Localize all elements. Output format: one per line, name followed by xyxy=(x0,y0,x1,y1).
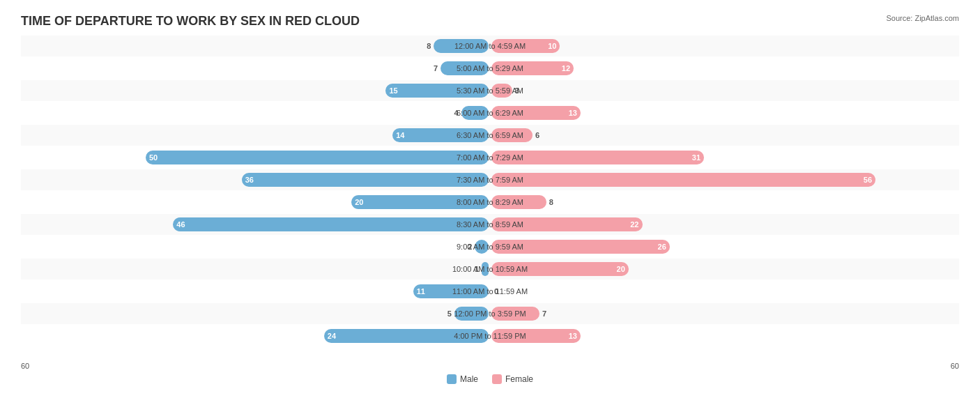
right-section: 22 xyxy=(490,214,959,235)
right-section: 13 xyxy=(490,325,959,346)
table-row: 2 9:00 AM to 9:59 AM 26 xyxy=(21,236,959,257)
table-row: 24 4:00 PM to 11:59 PM 13 xyxy=(21,325,959,346)
row-label: 7:30 AM to 7:59 AM xyxy=(434,176,546,184)
row-label: 4:00 PM to 11:59 PM xyxy=(434,332,546,340)
left-section: 8 xyxy=(21,36,490,56)
female-value: 10 xyxy=(544,42,560,50)
right-section: 3 xyxy=(490,80,959,101)
right-section: 6 xyxy=(490,125,959,146)
right-section: 26 xyxy=(490,236,959,257)
legend-female-label: Female xyxy=(505,374,533,384)
left-section: 2 xyxy=(21,236,490,257)
left-section: 46 xyxy=(21,214,490,235)
legend-female-box xyxy=(492,374,502,384)
male-value: 11 xyxy=(413,287,429,296)
right-section: 56 xyxy=(490,169,959,190)
left-section: 11 xyxy=(21,281,490,302)
axis-right-label: 60 xyxy=(951,362,959,370)
row-label: 5:30 AM to 5:59 AM xyxy=(434,86,546,95)
right-section: 7 xyxy=(490,303,959,324)
left-section: 36 xyxy=(21,169,490,190)
left-section: 5 xyxy=(21,303,490,324)
right-section: 20 xyxy=(490,259,959,279)
right-section: 31 xyxy=(490,147,959,168)
male-value: 50 xyxy=(146,153,161,162)
row-label: 6:00 AM to 6:29 AM xyxy=(434,109,546,117)
male-value-outside: 8 xyxy=(427,42,431,50)
left-section: 4 xyxy=(21,102,490,123)
row-label: 12:00 AM to 4:59 AM xyxy=(434,42,546,50)
row-label: 7:00 AM to 7:29 AM xyxy=(434,153,546,162)
legend-male: Male xyxy=(447,374,478,384)
female-value: 20 xyxy=(613,265,629,273)
table-row: 1 10:00 AM to 10:59 AM 20 xyxy=(21,259,959,279)
table-row: 8 12:00 AM to 4:59 AM 10 xyxy=(21,36,959,56)
axis-bottom: 60 60 xyxy=(21,359,959,370)
legend-male-label: Male xyxy=(460,374,478,384)
chart-area: 8 12:00 AM to 4:59 AM 10 7 5:00 AM to 5:… xyxy=(21,36,959,359)
female-bar: 56 xyxy=(491,173,875,187)
female-value: 56 xyxy=(860,176,875,184)
left-section: 15 xyxy=(21,80,490,101)
chart-container: TIME OF DEPARTURE TO WORK BY SEX IN RED … xyxy=(0,0,980,414)
row-label: 8:00 AM to 8:29 AM xyxy=(434,198,546,206)
female-value: 13 xyxy=(565,332,581,340)
row-label: 8:30 AM to 8:59 AM xyxy=(434,220,546,229)
left-section: 7 xyxy=(21,58,490,79)
left-section: 24 xyxy=(21,325,490,346)
row-label: 12:00 PM to 3:59 PM xyxy=(434,309,546,318)
table-row: 46 8:30 AM to 8:59 AM 22 xyxy=(21,214,959,235)
row-label: 11:00 AM to 11:59 AM xyxy=(434,287,546,296)
male-value: 46 xyxy=(173,220,188,229)
table-row: 15 5:30 AM to 5:59 AM 3 xyxy=(21,80,959,101)
female-value: 12 xyxy=(558,64,574,72)
left-section: 14 xyxy=(21,125,490,146)
female-value: 26 xyxy=(654,243,670,251)
table-row: 11 11:00 AM to 11:59 AM 0 xyxy=(21,281,959,302)
left-section: 20 xyxy=(21,192,490,213)
table-row: 14 6:30 AM to 6:59 AM 6 xyxy=(21,125,959,146)
axis-left-label: 60 xyxy=(21,362,29,370)
legend: Male Female xyxy=(21,374,959,384)
legend-female: Female xyxy=(492,374,533,384)
male-value: 15 xyxy=(385,86,401,95)
table-row: 36 7:30 AM to 7:59 AM 56 xyxy=(21,169,959,190)
right-section: 8 xyxy=(490,192,959,213)
left-section: 50 xyxy=(21,147,490,168)
male-value: 14 xyxy=(392,131,408,139)
chart-title: TIME OF DEPARTURE TO WORK BY SEX IN RED … xyxy=(21,14,959,29)
right-section: 0 xyxy=(490,281,959,302)
legend-male-box xyxy=(447,374,457,384)
right-section: 13 xyxy=(490,102,959,123)
table-row: 7 5:00 AM to 5:29 AM 12 xyxy=(21,58,959,79)
female-value: 13 xyxy=(565,109,581,117)
male-value: 36 xyxy=(242,176,257,184)
right-section: 12 xyxy=(490,58,959,79)
row-label: 5:00 AM to 5:29 AM xyxy=(434,64,546,72)
male-value: 20 xyxy=(351,198,367,206)
left-section: 1 xyxy=(21,259,490,279)
row-label: 9:00 AM to 9:59 AM xyxy=(434,243,546,251)
row-label: 6:30 AM to 6:59 AM xyxy=(434,131,546,139)
female-value: 31 xyxy=(689,153,704,162)
right-section: 10 xyxy=(490,36,959,56)
table-row: 5 12:00 PM to 3:59 PM 7 xyxy=(21,303,959,324)
female-value: 22 xyxy=(627,220,642,229)
male-value: 24 xyxy=(324,332,339,340)
table-row: 50 7:00 AM to 7:29 AM 31 xyxy=(21,147,959,168)
source-label: Source: ZipAtlas.com xyxy=(886,14,959,22)
female-value-outside: 8 xyxy=(549,198,553,206)
table-row: 4 6:00 AM to 6:29 AM 13 xyxy=(21,102,959,123)
table-row: 20 8:00 AM to 8:29 AM 8 xyxy=(21,192,959,213)
row-label: 10:00 AM to 10:59 AM xyxy=(434,265,546,273)
